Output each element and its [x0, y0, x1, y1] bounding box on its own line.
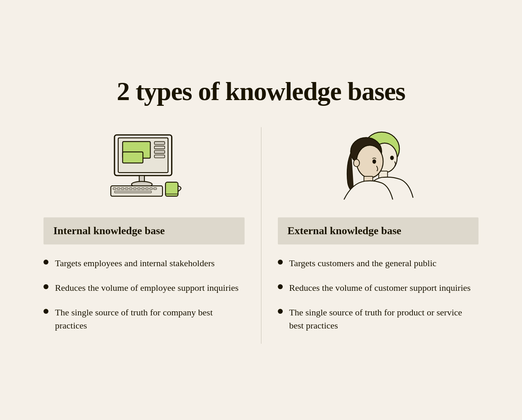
- page-container: 2 types of knowledge bases: [35, 60, 487, 360]
- svg-point-34: [354, 160, 359, 167]
- list-item: The single source of truth for company b…: [44, 306, 245, 332]
- svg-rect-4: [154, 142, 165, 144]
- bullet-dot: [44, 284, 48, 289]
- svg-point-28: [390, 156, 394, 160]
- svg-rect-5: [154, 146, 165, 149]
- list-item: Reduces the volume of customer support i…: [278, 281, 479, 294]
- svg-rect-13: [121, 188, 124, 190]
- external-bullet-1: Targets customers and the general public: [289, 257, 437, 270]
- svg-point-31: [357, 145, 383, 178]
- internal-column: Internal knowledge base Targets employee…: [44, 127, 245, 344]
- svg-rect-12: [117, 188, 120, 190]
- svg-rect-3: [123, 152, 143, 163]
- svg-rect-6: [154, 151, 165, 153]
- external-icon-area: [278, 127, 479, 209]
- column-divider: [261, 127, 261, 344]
- svg-rect-7: [154, 155, 165, 158]
- page-title: 2 types of knowledge bases: [44, 76, 478, 107]
- list-item: Targets customers and the general public: [278, 257, 479, 270]
- internal-bullet-2: Reduces the volume of employee support i…: [55, 281, 238, 294]
- svg-rect-15: [129, 188, 132, 190]
- internal-bullet-1: Targets employees and internal stakehold…: [55, 257, 215, 270]
- svg-rect-19: [145, 188, 148, 190]
- bullet-dot: [278, 309, 283, 314]
- svg-rect-17: [137, 188, 140, 190]
- external-header-box: External knowledge base: [278, 217, 479, 244]
- people-icon: [337, 131, 419, 205]
- svg-rect-21: [153, 188, 156, 190]
- svg-rect-16: [133, 188, 136, 190]
- external-bullet-3: The single source of truth for product o…: [289, 306, 479, 332]
- list-item: Targets employees and internal stakehold…: [44, 257, 245, 270]
- bullet-dot: [278, 260, 283, 265]
- internal-header-box: Internal knowledge base: [44, 217, 245, 244]
- internal-bullet-list: Targets employees and internal stakehold…: [44, 257, 245, 332]
- external-column: External knowledge base Targets customer…: [278, 127, 479, 344]
- external-bullet-2: Reduces the volume of customer support i…: [289, 281, 471, 294]
- svg-rect-20: [149, 188, 152, 190]
- internal-icon-area: [44, 127, 245, 209]
- internal-bullet-3: The single source of truth for company b…: [55, 306, 245, 332]
- svg-rect-14: [125, 188, 128, 190]
- svg-rect-18: [141, 188, 144, 190]
- external-header-text: External knowledge base: [288, 225, 401, 237]
- svg-point-33: [373, 160, 376, 164]
- bullet-dot: [44, 260, 48, 265]
- svg-rect-11: [113, 188, 116, 190]
- columns-container: Internal knowledge base Targets employee…: [44, 127, 478, 344]
- computer-icon: [103, 131, 185, 205]
- list-item: The single source of truth for product o…: [278, 306, 479, 332]
- external-bullet-list: Targets customers and the general public…: [278, 257, 479, 332]
- svg-rect-22: [114, 191, 151, 193]
- list-item: Reduces the volume of employee support i…: [44, 281, 245, 294]
- bullet-dot: [44, 309, 48, 314]
- internal-header-text: Internal knowledge base: [53, 225, 165, 237]
- bullet-dot: [278, 284, 283, 289]
